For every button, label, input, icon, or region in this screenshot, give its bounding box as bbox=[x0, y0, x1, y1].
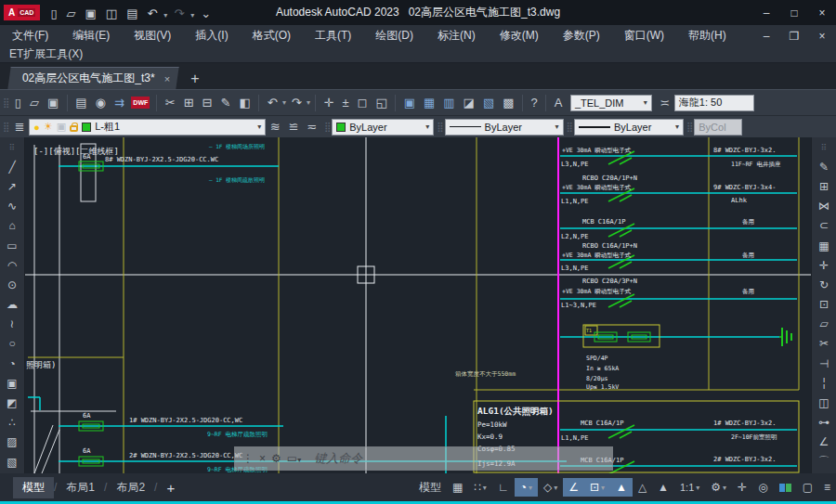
status-menu-icon[interactable]: ≡ bbox=[818, 478, 836, 497]
isodraft-icon-drop[interactable]: ▾ bbox=[554, 484, 557, 492]
properties-palette-icon[interactable]: ▣ bbox=[399, 96, 419, 110]
open-icon[interactable]: ▱ bbox=[62, 6, 81, 20]
menu-item-10[interactable]: 窗口(W) bbox=[612, 26, 676, 45]
scale-value-box[interactable]: 海龍1: 50 bbox=[674, 95, 754, 111]
annotation-scale-value-drop[interactable]: ▾ bbox=[696, 484, 699, 492]
menu-item-7[interactable]: 标注(N) bbox=[425, 26, 488, 45]
layer-vp-freeze-icon[interactable]: ▣ bbox=[57, 121, 66, 133]
commandline-customize-icon[interactable]: ⚙ bbox=[271, 452, 281, 465]
plot-icon[interactable]: ▤ bbox=[72, 96, 91, 110]
toolbar-grip[interactable]: ⠿ bbox=[821, 137, 828, 157]
scale-icon[interactable]: ⊡ bbox=[819, 295, 829, 315]
autocad-logo[interactable]: ACAD bbox=[4, 5, 40, 20]
open-icon[interactable]: ▱ bbox=[25, 96, 43, 110]
grid-icon[interactable]: ▦ bbox=[447, 478, 468, 497]
polyline-icon[interactable]: ∿ bbox=[7, 197, 17, 216]
new-icon[interactable]: ▯ bbox=[10, 96, 25, 110]
paste-icon[interactable]: ⊟ bbox=[198, 96, 216, 110]
redo-drop-icon[interactable]: ▾ bbox=[306, 98, 311, 107]
zoom-realtime-icon[interactable]: ± bbox=[338, 96, 353, 110]
dwf-icon[interactable]: DWF bbox=[131, 97, 150, 109]
toolbar-grip[interactable]: ⣿ bbox=[321, 122, 332, 132]
cut-icon[interactable]: ✂ bbox=[161, 96, 179, 110]
redo-icon[interactable]: ↷ bbox=[169, 6, 189, 20]
move-icon[interactable]: ✛ bbox=[819, 255, 829, 275]
qat-menu-icon[interactable]: ⌄ bbox=[196, 6, 216, 20]
menu-item-9[interactable]: 参数(P) bbox=[551, 26, 612, 45]
object-snap-tracking-icon[interactable]: ∠ bbox=[563, 478, 584, 497]
lineweight-combo[interactable]: ByLayer▾ bbox=[574, 119, 684, 136]
annotation-scale-icon[interactable]: ▲ bbox=[652, 478, 674, 497]
file-tab-active[interactable]: 02高层公区电气施工图_t3* × bbox=[7, 67, 179, 89]
crosshair-icon[interactable]: ✛ bbox=[732, 478, 752, 497]
close-button[interactable]: × bbox=[808, 5, 836, 21]
toolbar-grip[interactable]: ⣿ bbox=[434, 122, 444, 132]
isolate-objects-icon[interactable]: ◎ bbox=[752, 478, 773, 497]
layout-tab-2[interactable]: 布局2 bbox=[107, 477, 154, 498]
customization-gear-icon[interactable]: ⚙▾ bbox=[705, 478, 732, 497]
designcenter-icon[interactable]: ▦ bbox=[419, 96, 438, 110]
erase-icon[interactable]: ✎ bbox=[819, 157, 829, 176]
stretch-icon[interactable]: ▱ bbox=[819, 315, 828, 334]
join-icon[interactable]: ⊶ bbox=[818, 413, 829, 433]
hatch-icon[interactable]: ▨ bbox=[7, 433, 17, 452]
plot-icon[interactable]: ▤ bbox=[122, 6, 142, 20]
minimize-button[interactable]: – bbox=[752, 5, 780, 21]
maximize-button[interactable]: □ bbox=[780, 5, 808, 21]
point-icon[interactable]: ∴ bbox=[8, 413, 16, 433]
model-space[interactable]: [-][俯视][二维线框]6A8# WDZN-BYJ-2X2.5-JDG20-C… bbox=[25, 137, 811, 473]
ellipse-icon[interactable]: ○ bbox=[8, 334, 15, 354]
object-snap-icon-drop[interactable]: ▾ bbox=[601, 484, 605, 492]
extend-icon[interactable]: ⊣ bbox=[819, 354, 829, 373]
gradient-icon[interactable]: ▧ bbox=[7, 452, 17, 472]
batch-plot-icon[interactable]: ⇉ bbox=[110, 96, 128, 110]
commandline-grip[interactable]: ⋮ bbox=[242, 452, 254, 465]
object-snap-icon[interactable]: ⊡▾ bbox=[584, 478, 610, 497]
snap-icon[interactable]: ∷▾ bbox=[468, 478, 492, 497]
revcloud-icon[interactable]: ☁ bbox=[7, 295, 18, 315]
doc-close-button[interactable]: × bbox=[808, 28, 836, 45]
save-icon[interactable]: ▣ bbox=[43, 96, 62, 110]
ortho-icon[interactable]: ∟ bbox=[492, 478, 515, 497]
annotation-scale-value[interactable]: 1:1▾ bbox=[674, 479, 705, 496]
matchprops-icon[interactable]: ✎ bbox=[216, 96, 235, 110]
trim-icon[interactable]: ✂ bbox=[819, 334, 829, 354]
array-icon[interactable]: ▦ bbox=[818, 236, 829, 255]
doc-restore-button[interactable]: ❐ bbox=[780, 28, 808, 45]
layer-states-icon[interactable]: ≂ bbox=[303, 120, 321, 134]
command-input[interactable]: 键入命令 bbox=[314, 450, 362, 467]
recent-commands-icon[interactable]: ▭▾ bbox=[287, 452, 301, 465]
break-icon[interactable]: ◫ bbox=[818, 393, 829, 412]
sheetset-icon[interactable]: ◪ bbox=[459, 96, 478, 110]
hardware-accel-badge[interactable] bbox=[774, 481, 797, 495]
layout-tab-1[interactable]: 布局1 bbox=[57, 477, 104, 498]
undo-icon[interactable]: ↶ bbox=[263, 96, 281, 110]
doc-minimize-button[interactable]: – bbox=[752, 28, 780, 45]
rotate-icon[interactable]: ↻ bbox=[819, 275, 829, 294]
toolbar-grip[interactable]: ⣿ bbox=[0, 122, 10, 132]
rectangle-icon[interactable]: ▭ bbox=[7, 236, 17, 255]
ellipse-arc-icon[interactable]: ◔ bbox=[8, 354, 15, 373]
menu-item-4[interactable]: 格式(O) bbox=[241, 26, 303, 45]
menu-item-1[interactable]: 编辑(E) bbox=[60, 26, 122, 45]
layer-properties-icon[interactable]: ≣ bbox=[10, 120, 29, 134]
snap-icon-drop[interactable]: ▾ bbox=[483, 484, 487, 492]
menu-item-8[interactable]: 修改(M) bbox=[488, 26, 551, 45]
annotation-autoscale-icon[interactable]: △ bbox=[633, 478, 652, 497]
layout-tab-0[interactable]: 模型 bbox=[13, 477, 54, 498]
mirror-icon[interactable]: ⋈ bbox=[818, 197, 829, 216]
menu-item-2[interactable]: 视图(V) bbox=[122, 26, 183, 45]
drawing-canvas[interactable]: [-][俯视][二维线框]6A8# WDZN-BYJ-2X2.5-JDG20-C… bbox=[25, 137, 811, 473]
layer-unlock-icon[interactable] bbox=[70, 125, 78, 132]
model-space-button[interactable]: 模型 bbox=[413, 477, 447, 498]
copy-icon[interactable]: ⊞ bbox=[179, 96, 198, 110]
toolbar-grip[interactable]: ⠿ bbox=[9, 137, 16, 157]
menu-item-0[interactable]: 文件(F) bbox=[0, 26, 60, 45]
plot-preview-icon[interactable]: ◉ bbox=[91, 96, 110, 110]
polar-tracking-icon[interactable]: ◔▾ bbox=[515, 478, 538, 497]
toolbar-grip[interactable]: ⣿ bbox=[0, 97, 10, 108]
new-tab-button[interactable]: + bbox=[177, 71, 212, 89]
customization-gear-icon-drop[interactable]: ▾ bbox=[723, 484, 726, 492]
dim-style-combo[interactable]: _TEL_DIM▾ bbox=[570, 95, 652, 111]
menu-item-6[interactable]: 绘图(D) bbox=[363, 26, 425, 45]
